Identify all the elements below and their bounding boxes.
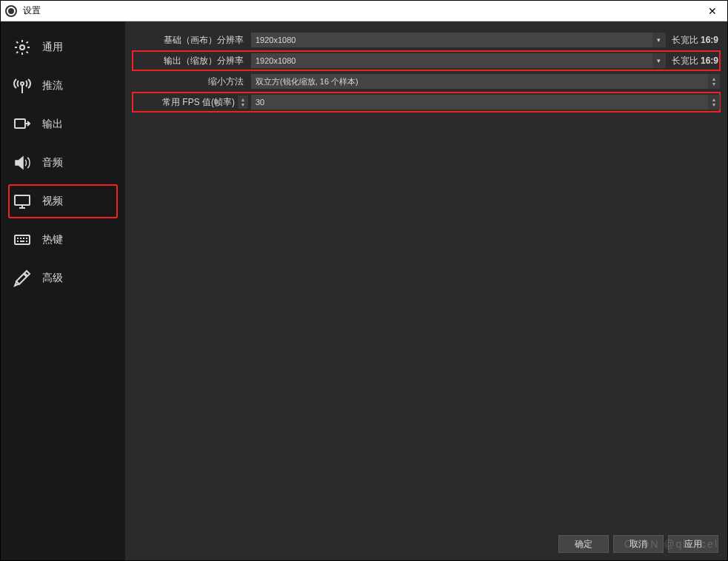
monitor-icon xyxy=(13,192,32,211)
base-resolution-combo[interactable]: 1920x1080 ▾ xyxy=(251,33,666,47)
output-resolution-label: 输出（缩放）分辨率 xyxy=(133,55,251,67)
fps-value: 30 xyxy=(256,98,264,107)
svg-point-1 xyxy=(21,82,24,85)
sidebar-item-audio[interactable]: 音频 xyxy=(8,146,118,180)
svg-rect-4 xyxy=(15,235,30,244)
sidebar-item-hotkeys[interactable]: 热键 xyxy=(8,223,118,257)
row-fps: 常用 FPS 值(帧率) 30 xyxy=(133,93,720,112)
body: 通用 推流 输出 音频 xyxy=(1,21,727,560)
gear-icon xyxy=(13,38,32,57)
settings-window: 设置 ✕ 通用 推流 输出 xyxy=(0,0,728,561)
output-icon xyxy=(13,115,32,134)
window-title: 设置 xyxy=(23,4,41,17)
svg-rect-3 xyxy=(15,195,30,205)
antenna-icon xyxy=(13,76,32,95)
sidebar-item-label: 音频 xyxy=(42,156,63,169)
dialog-buttons: 确定 取消 应用 xyxy=(558,535,718,553)
keyboard-icon xyxy=(13,230,32,249)
base-resolution-value: 1920x1080 xyxy=(256,36,295,44)
fps-type-spinner[interactable] xyxy=(238,95,248,109)
sidebar-item-stream[interactable]: 推流 xyxy=(8,69,118,103)
tools-icon xyxy=(13,269,32,288)
base-resolution-label: 基础（画布）分辨率 xyxy=(133,34,251,47)
fps-label: 常用 FPS 值(帧率) xyxy=(162,96,235,109)
base-aspect: 长宽比 16:9 xyxy=(670,34,720,47)
apply-button[interactable]: 应用 xyxy=(668,535,718,553)
downscale-combo[interactable]: 双立方(锐化缩放, 16 个样本) xyxy=(251,74,720,89)
main-panel: 基础（画布）分辨率 1920x1080 ▾ 长宽比 16:9 输出（缩放）分辨率… xyxy=(125,21,727,560)
sidebar: 通用 推流 输出 音频 xyxy=(1,21,125,560)
up-down-icon xyxy=(708,95,720,110)
sidebar-item-advanced[interactable]: 高级 xyxy=(8,261,118,295)
sidebar-item-video[interactable]: 视频 xyxy=(8,184,118,218)
row-base-resolution: 基础（画布）分辨率 1920x1080 ▾ 长宽比 16:9 xyxy=(133,30,720,50)
up-down-icon xyxy=(708,74,720,89)
sidebar-item-label: 热键 xyxy=(42,233,63,246)
chevron-down-icon: ▾ xyxy=(652,53,666,68)
sidebar-item-label: 高级 xyxy=(42,272,63,285)
cancel-button[interactable]: 取消 xyxy=(613,535,664,553)
output-aspect: 长宽比 16:9 xyxy=(670,55,720,67)
sidebar-item-label: 通用 xyxy=(42,41,63,54)
ok-button[interactable]: 确定 xyxy=(558,535,609,553)
chevron-down-icon: ▾ xyxy=(652,33,666,47)
sidebar-item-general[interactable]: 通用 xyxy=(8,30,118,64)
app-icon xyxy=(5,5,17,17)
svg-point-0 xyxy=(20,45,24,50)
downscale-label: 缩小方法 xyxy=(133,75,251,88)
sidebar-item-label: 输出 xyxy=(42,118,63,131)
downscale-value: 双立方(锐化缩放, 16 个样本) xyxy=(256,76,358,87)
svg-rect-2 xyxy=(15,119,25,128)
sidebar-item-label: 视频 xyxy=(42,195,63,208)
close-button[interactable]: ✕ xyxy=(702,4,723,19)
fps-combo[interactable]: 30 xyxy=(251,95,720,110)
titlebar: 设置 ✕ xyxy=(1,1,727,21)
speaker-icon xyxy=(13,153,32,172)
output-resolution-combo[interactable]: 1920x1080 ▾ xyxy=(251,53,666,68)
sidebar-item-label: 推流 xyxy=(42,79,63,93)
row-downscale: 缩小方法 双立方(锐化缩放, 16 个样本) xyxy=(133,72,720,91)
sidebar-item-output[interactable]: 输出 xyxy=(8,107,118,141)
output-resolution-value: 1920x1080 xyxy=(256,56,295,65)
row-output-resolution: 输出（缩放）分辨率 1920x1080 ▾ 长宽比 16:9 xyxy=(133,51,720,70)
